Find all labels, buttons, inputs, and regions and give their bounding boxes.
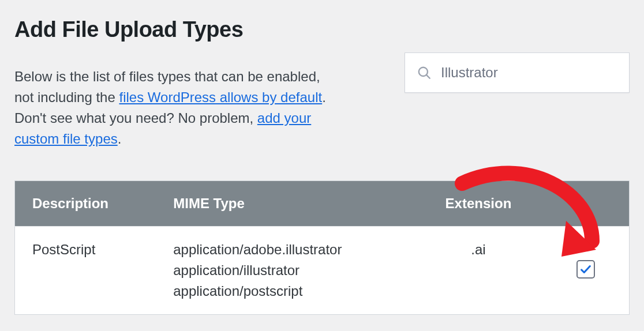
enable-checkbox[interactable] — [576, 260, 595, 279]
table-row: PostScript application/adobe.illustrator… — [15, 227, 630, 315]
cell-extension: .ai — [414, 227, 542, 315]
search-box[interactable] — [405, 52, 630, 93]
col-header-enable — [542, 181, 630, 227]
cell-mime: application/adobe.illustrator applicatio… — [156, 227, 414, 315]
page-title: Add File Upload Types — [14, 17, 630, 42]
checkmark-icon — [579, 263, 592, 276]
search-input[interactable] — [440, 64, 617, 81]
search-icon — [417, 65, 432, 80]
default-files-link[interactable]: files WordPress allows by default — [119, 89, 322, 105]
desc-text-end: . — [118, 131, 122, 146]
page-description: Below is the list of files types that ca… — [14, 66, 338, 149]
col-header-description: Description — [15, 181, 156, 227]
mime-line: application/adobe.illustrator — [173, 239, 397, 260]
mime-line: application/postscript — [173, 281, 397, 302]
svg-line-1 — [426, 75, 430, 78]
col-header-extension: Extension — [414, 181, 542, 227]
mime-line: application/illustrator — [173, 260, 397, 281]
col-header-mime: MIME Type — [156, 181, 414, 227]
cell-description: PostScript — [15, 227, 156, 315]
file-types-table: Description MIME Type Extension PostScri… — [14, 180, 630, 315]
